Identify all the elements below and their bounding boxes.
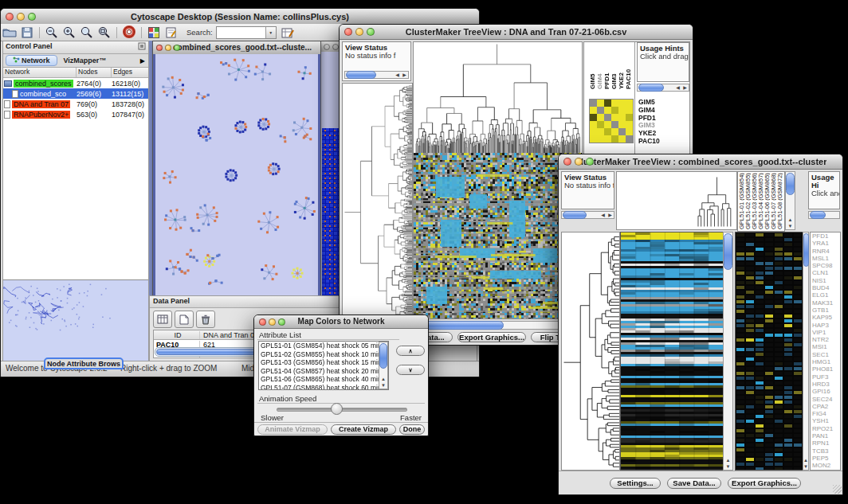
matrix-cell[interactable] [626,121,633,128]
gene-label[interactable]: BUD4 [812,284,840,291]
node-attribute-browser-tab[interactable]: Node Attribute Brows [44,357,124,369]
matrix-cell[interactable] [618,100,626,107]
minimize-button[interactable] [332,44,339,50]
save-data-button[interactable]: Save Data... [667,478,721,489]
scrollbar-thumb[interactable] [563,211,587,219]
network-row[interactable]: combined_scores 2764(0) 16218(0) [3,78,148,88]
minimize-button[interactable] [575,158,583,166]
close-button[interactable] [259,318,266,326]
zoom-button[interactable] [586,158,594,166]
network-frame-titlebar[interactable]: combined_scores_good.txt--cluste... [153,41,320,55]
gene-label[interactable]: PUF3 [812,373,840,381]
usage-hints-scrollbar[interactable]: ◀ ▶ [637,84,689,92]
gene-label[interactable]: SEC1 [812,351,840,358]
delete-attribute-button[interactable] [196,311,215,328]
tab-network[interactable]: Network [6,55,57,66]
create-vizmap-button[interactable]: Create Vizmap [331,424,396,435]
dialog-titlebar[interactable]: Map Colors to Network [254,315,428,329]
zoom-in-button[interactable] [61,25,78,40]
gene-label[interactable]: KAP95 [812,314,840,321]
search-dropdown-button[interactable]: ▼ [265,27,276,38]
animate-vizmap-button[interactable]: Animate Vizmap [257,424,328,435]
matrix-cell[interactable] [604,121,611,128]
attribute-list-item[interactable]: GPL51-02 (GSM855) heat shock 10 min [261,350,388,359]
close-button[interactable] [156,45,163,51]
matrix-cell[interactable] [597,135,604,143]
speed-slider-thumb[interactable] [331,403,343,415]
gene-label[interactable]: GTB1 [812,307,840,314]
gene-label[interactable]: YSH1 [812,417,840,424]
gene-label[interactable]: RPN1 [812,440,840,447]
matrix-cell[interactable] [604,107,611,114]
done-button[interactable]: Done [399,424,425,435]
matrix-cell[interactable] [597,107,604,114]
attribute-list[interactable]: GPL51-01 (GSM854) heat shock 05 minGPL51… [258,341,389,390]
gene-label[interactable]: TCB3 [812,447,840,455]
matrix-cell[interactable] [611,135,618,143]
network-row[interactable]: DNA and Tran 07 769(0) 183728(0) [3,99,148,109]
matrix-cell[interactable] [626,128,633,135]
scroll-up-arrow[interactable]: ▲ [380,376,387,382]
usage-hints-scrollbar[interactable] [808,211,840,219]
network-view[interactable] [153,54,320,295]
view-status-scrollbar[interactable]: ◀ ▶ [561,211,614,219]
float-panel-icon[interactable] [138,42,146,50]
birds-eye-view[interactable] [3,279,148,361]
matrix-cell[interactable] [597,128,604,135]
matrix-cell[interactable] [618,114,626,121]
close-button[interactable] [563,158,571,166]
gene-dendrogram-canvas[interactable] [561,232,620,471]
gene-label[interactable]: FIG4 [812,410,840,417]
gene-label[interactable]: PAN1 [812,432,840,440]
zoom-button[interactable] [174,45,180,51]
gene-label[interactable]: HMG1 [812,358,840,365]
resize-grip[interactable] [833,485,842,494]
scrollbar-thumb[interactable] [638,84,664,92]
gene-label[interactable]: NTR2 [812,336,840,343]
gene-label[interactable]: PEP5 [812,455,840,462]
search-input[interactable]: ▼ [216,26,277,39]
gene-dendrogram-canvas[interactable] [342,83,413,321]
scrollbar-thumb[interactable] [346,71,376,79]
matrix-cell[interactable] [618,128,626,135]
similarity-matrix[interactable] [589,99,634,143]
scroll-up-arrow[interactable]: ▲ [787,217,794,223]
open-file-button[interactable] [1,25,18,40]
gene-label[interactable]: CLN1 [812,269,840,276]
matrix-cell[interactable] [626,114,633,121]
matrix-cell[interactable] [590,100,597,107]
gene-label[interactable]: MAK31 [812,299,840,307]
network-row-selected[interactable]: combined_sco 2569(6) 13112(15) [3,88,148,99]
network-graph-canvas[interactable] [155,54,318,295]
scroll-right-arrow[interactable]: ▶ [401,72,408,78]
zoomed-heatmap-canvas[interactable] [735,232,803,471]
gene-label[interactable]: PHO81 [812,365,840,373]
matrix-cell[interactable] [590,135,597,143]
scrollbar-thumb[interactable] [803,233,809,267]
matrix-cell[interactable] [597,121,604,128]
close-button[interactable] [324,44,330,50]
matrix-cell[interactable] [597,100,604,107]
gene-label[interactable]: NIS1 [812,277,840,284]
gene-label[interactable]: RNR4 [812,248,840,255]
matrix-cell[interactable] [590,107,597,114]
matrix-cell[interactable] [590,121,597,128]
matrix-cell[interactable] [618,135,626,143]
tab-overflow-button[interactable]: ▶ [140,57,145,64]
gene-label[interactable]: MON2 [812,462,840,469]
matrix-cell[interactable] [604,135,611,143]
minimize-button[interactable] [269,318,276,326]
scroll-right-arrow[interactable]: ▶ [681,84,689,91]
export-graphics-button[interactable]: Export Graphics... [728,478,801,489]
attribute-browser-button[interactable] [280,25,297,40]
scroll-left-arrow[interactable]: ◀ [394,72,401,78]
matrix-cell[interactable] [611,128,618,135]
matrix-cell[interactable] [626,107,633,114]
heatmap-vscrollbar[interactable]: ▲ ▼ [723,232,733,471]
gene-label[interactable]: SPC98 [812,262,840,269]
scroll-up-arrow[interactable]: ▲ [803,457,809,463]
gene-label[interactable]: ELG1 [812,291,840,299]
settings-button[interactable]: Settings... [610,478,661,489]
zoom-fit-button[interactable] [96,25,113,40]
scrollbar-thumb[interactable] [786,173,795,195]
